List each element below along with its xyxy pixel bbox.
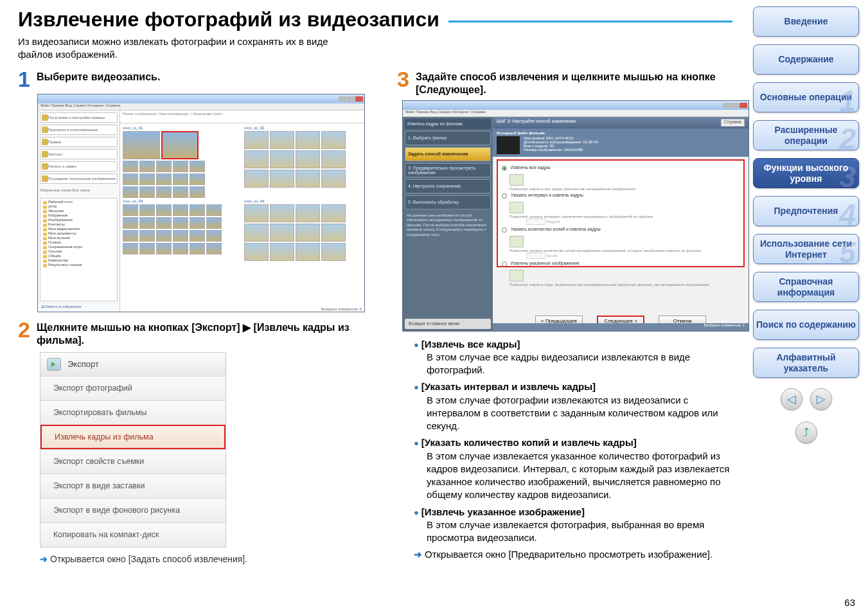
photo-thumb[interactable] [296, 131, 320, 149]
tree-item[interactable]: Результаты поиска [43, 263, 114, 267]
radio-icon[interactable] [502, 227, 507, 233]
photo-thumb[interactable] [206, 204, 222, 216]
tree-item[interactable]: Моя музыка [43, 236, 114, 240]
photo-thumb[interactable] [139, 230, 155, 242]
photo-thumb[interactable] [123, 161, 138, 172]
wizard-step-5[interactable]: 5. Выполнить обработку [405, 195, 491, 209]
photo-thumb[interactable] [156, 204, 172, 216]
radio-icon[interactable] [502, 193, 507, 199]
video-thumb[interactable] [123, 131, 160, 159]
photo-thumb[interactable] [123, 186, 138, 198]
tree-item[interactable]: Общие [43, 254, 114, 258]
export-item[interactable]: Экспортировать фильмы [40, 400, 226, 425]
tree-item[interactable]: dima [43, 204, 114, 209]
photo-thumb[interactable] [156, 243, 172, 254]
photo-thumb[interactable] [173, 230, 188, 242]
photo-thumb[interactable] [296, 150, 320, 168]
task-btn[interactable]: Просмотр и классификация [40, 125, 118, 135]
photo-thumb[interactable] [190, 186, 205, 198]
return-button[interactable]: ⤴ [795, 422, 817, 443]
photo-thumb[interactable] [296, 204, 320, 222]
option-specified[interactable]: Извлечь указанное изображение [500, 259, 741, 269]
photo-thumb[interactable] [139, 161, 155, 172]
tree-item[interactable]: Поиски [43, 240, 114, 245]
photo-thumb[interactable] [123, 217, 138, 229]
option-all-frames[interactable]: Извлечь все кадры [500, 163, 741, 173]
tree-item[interactable]: Ссылки [43, 249, 114, 254]
tree-item[interactable]: Изображения [43, 218, 114, 222]
wizard-step-3[interactable]: 3. Предварительно просмотреть изображени… [405, 163, 491, 177]
photo-thumb[interactable] [270, 150, 294, 168]
nav-preferences[interactable]: Предпочтения4 [753, 196, 859, 226]
interval-input[interactable] [526, 218, 545, 225]
nav-advanced[interactable]: Расширенные операции2 [753, 120, 859, 150]
photo-thumb[interactable] [321, 150, 346, 168]
close-icon[interactable] [355, 96, 363, 102]
photo-thumb[interactable] [190, 173, 205, 185]
photo-thumb[interactable] [139, 186, 155, 198]
export-item[interactable]: Копировать на компакт-диск [40, 522, 226, 547]
folder-tree[interactable]: Рабочий стол dima Загрузки Избранное Изо… [40, 198, 118, 301]
photo-thumb[interactable] [206, 243, 222, 254]
photo-thumb[interactable] [296, 170, 320, 188]
tree-item[interactable]: Рабочий стол [43, 200, 114, 204]
export-item[interactable]: Экспорт в виде фонового рисунка [40, 498, 226, 522]
nav-search[interactable]: Поиск по содержанию [753, 310, 859, 340]
photo-thumb[interactable] [123, 243, 138, 254]
next-page-button[interactable]: ▷ [810, 388, 832, 410]
photo-thumb[interactable] [244, 243, 269, 261]
photo-thumb[interactable] [139, 243, 155, 254]
photo-thumb[interactable] [321, 243, 346, 261]
photo-thumb[interactable] [123, 204, 138, 216]
task-btn[interactable]: Печать и обмен [40, 161, 118, 172]
photo-thumb[interactable] [190, 204, 205, 216]
photo-thumb[interactable] [244, 150, 269, 168]
minimize-icon[interactable] [339, 96, 346, 102]
nav-basic[interactable]: Основные операции1 [753, 82, 859, 112]
photo-thumb[interactable] [156, 230, 172, 242]
nav-reference[interactable]: Справочная информация [753, 272, 859, 302]
wizard-step-2-active[interactable]: Задать способ извлечения [405, 147, 491, 161]
photo-thumb[interactable] [123, 173, 138, 185]
maximize-icon[interactable] [731, 103, 739, 108]
back-to-main[interactable]: Возврат в главное меню [405, 319, 491, 329]
photo-thumb[interactable] [139, 173, 155, 185]
photo-thumb[interactable] [270, 131, 294, 149]
menubar[interactable]: Файл Правка Вид Сервис Интернет Справка [38, 103, 364, 111]
wizard-step-1[interactable]: 1. Выбрать фильм [405, 131, 491, 145]
photo-thumb[interactable] [190, 230, 205, 242]
tree-item[interactable]: Загрузки [43, 209, 114, 213]
photo-thumb[interactable] [244, 224, 269, 242]
option-copies[interactable]: Указать количество копий и извлечь кадры [500, 225, 741, 235]
photo-thumb[interactable] [139, 204, 155, 216]
photo-thumb[interactable] [244, 204, 269, 222]
wizard-step-4[interactable]: 4. Настроить сохранение [405, 179, 491, 193]
export-item[interactable]: Экспорт свойств съемки [40, 449, 226, 474]
photo-thumb[interactable] [123, 230, 138, 242]
photo-thumb[interactable] [190, 161, 205, 172]
tree-item[interactable]: Мои видеозаписи [43, 227, 114, 231]
nav-index[interactable]: Алфавитный указатель [753, 348, 859, 378]
photo-thumb[interactable] [156, 161, 172, 172]
thumb-toolbar[interactable]: Ранее отобранные | Неклассифицир. | Неис… [120, 111, 364, 123]
photo-thumb[interactable] [156, 217, 172, 229]
radio-icon[interactable] [502, 262, 507, 267]
close-icon[interactable] [740, 103, 747, 108]
tree-item[interactable]: Сохраненные игры [43, 245, 114, 249]
copies-input[interactable] [526, 253, 545, 259]
photo-thumb[interactable] [321, 224, 346, 242]
nav-high-level[interactable]: Функции высокого уровня3 [753, 158, 859, 188]
photo-thumb[interactable] [173, 173, 188, 185]
nav-internet[interactable]: Использование сети Интернет5 [753, 234, 859, 264]
photo-thumb[interactable] [321, 204, 346, 222]
photo-thumb[interactable] [156, 186, 172, 198]
add-favorite[interactable]: Добавить в избранное [40, 303, 118, 310]
video-thumb-selected[interactable] [161, 131, 199, 159]
photo-thumb[interactable] [206, 217, 222, 229]
maximize-icon[interactable] [347, 96, 355, 102]
export-menu-header[interactable]: Экспорт [40, 353, 226, 376]
help-button[interactable]: Справка [721, 119, 745, 127]
photo-thumb[interactable] [173, 161, 188, 172]
photo-thumb[interactable] [244, 170, 269, 188]
photo-thumb[interactable] [296, 243, 320, 261]
